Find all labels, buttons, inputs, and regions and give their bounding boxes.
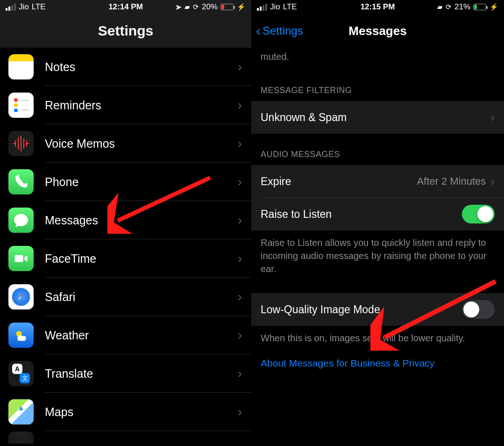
nav-header: Settings bbox=[0, 14, 251, 48]
status-bar: Jio LTE 12:15 PM ▰ ⟳ 21% ⚡ bbox=[251, 0, 504, 14]
notes-icon bbox=[8, 54, 34, 79]
svg-marker-2 bbox=[17, 296, 21, 301]
row-label: Safari bbox=[45, 290, 238, 304]
chevron-right-icon: › bbox=[238, 213, 242, 228]
orientation-lock-icon: ⟳ bbox=[193, 3, 199, 11]
battery-icon bbox=[473, 4, 486, 10]
chevron-right-icon: › bbox=[238, 59, 242, 74]
reminders-icon bbox=[8, 93, 34, 118]
row-messages[interactable]: Messages › bbox=[0, 201, 251, 239]
chevron-right-icon: › bbox=[238, 328, 242, 343]
row-weather[interactable]: Weather › bbox=[0, 316, 251, 354]
toggle-raise-to-listen[interactable] bbox=[462, 205, 495, 223]
row-partial[interactable] bbox=[0, 431, 251, 444]
settings-list[interactable]: Notes › Reminders › Voice Memos › Phone bbox=[0, 48, 251, 444]
svg-rect-0 bbox=[15, 255, 23, 262]
footer-lowq-text: When this is on, images sent will be low… bbox=[251, 326, 504, 348]
network-label: LTE bbox=[32, 2, 46, 12]
location-icon: ➤ bbox=[175, 2, 182, 12]
row-phone[interactable]: Phone › bbox=[0, 163, 251, 201]
signal-icon bbox=[6, 4, 16, 11]
chevron-right-icon: › bbox=[238, 136, 242, 151]
svg-point-4 bbox=[19, 410, 23, 414]
back-button[interactable]: ‹ Settings bbox=[256, 24, 303, 38]
clock-label: 12:15 PM bbox=[361, 2, 395, 12]
network-label: LTE bbox=[283, 2, 297, 12]
clock-label: 12:14 PM bbox=[108, 2, 143, 12]
chevron-right-icon: › bbox=[238, 174, 242, 189]
orientation-lock-icon: ⟳ bbox=[446, 3, 452, 11]
page-title: Settings bbox=[98, 23, 153, 39]
row-label: Maps bbox=[45, 405, 238, 419]
chevron-right-icon: › bbox=[238, 404, 242, 419]
chevron-right-icon: › bbox=[490, 174, 495, 189]
phone-icon bbox=[8, 169, 34, 194]
row-maps[interactable]: Maps › bbox=[0, 393, 251, 431]
link-about-messages[interactable]: About Messages for Business & Privacy bbox=[251, 348, 504, 378]
footer-raise-text: Raise to Listen allows you to quickly li… bbox=[251, 230, 504, 279]
chevron-right-icon: › bbox=[490, 110, 495, 125]
page-title: Messages bbox=[348, 24, 406, 38]
row-label: Translate bbox=[45, 367, 238, 381]
row-expire[interactable]: Expire After 2 Minutes › bbox=[251, 165, 504, 198]
chevron-right-icon: › bbox=[238, 366, 242, 381]
row-label: Expire bbox=[261, 175, 417, 188]
settings-pane: Jio LTE 12:14 PM ➤ ▰ ⟳ 20% ⚡ Settings No… bbox=[0, 0, 251, 446]
row-label: Reminders bbox=[45, 99, 238, 112]
weather-icon bbox=[8, 323, 34, 348]
chevron-left-icon: ‹ bbox=[256, 24, 261, 38]
row-safari[interactable]: Safari › bbox=[0, 278, 251, 316]
section-header-filtering: MESSAGE FILTERING bbox=[251, 70, 504, 101]
row-label: Weather bbox=[45, 329, 238, 342]
messages-pane: Jio LTE 12:15 PM ▰ ⟳ 21% ⚡ ‹ Settings Me… bbox=[251, 0, 504, 446]
section-header-audio: AUDIO MESSAGES bbox=[251, 134, 504, 165]
row-voice-memos[interactable]: Voice Memos › bbox=[0, 124, 251, 163]
charging-icon: ⚡ bbox=[237, 3, 246, 11]
scrolled-footer-text: muted. bbox=[251, 48, 504, 70]
chevron-right-icon: › bbox=[238, 251, 242, 266]
row-label: Unknown & Spam bbox=[261, 111, 490, 124]
carrier-label: Jio bbox=[270, 2, 280, 12]
row-notes[interactable]: Notes › bbox=[0, 48, 251, 86]
row-label: Phone bbox=[45, 175, 238, 189]
row-low-quality-image[interactable]: Low-Quality Image Mode bbox=[251, 293, 504, 326]
row-label: Low-Quality Image Mode bbox=[261, 303, 462, 316]
translate-icon bbox=[8, 361, 34, 386]
status-bar: Jio LTE 12:14 PM ➤ ▰ ⟳ 20% ⚡ bbox=[0, 0, 251, 14]
nav-header: ‹ Settings Messages bbox=[251, 14, 504, 48]
toggle-low-quality-image[interactable] bbox=[462, 300, 495, 319]
maps-icon bbox=[8, 399, 34, 424]
charging-icon: ⚡ bbox=[490, 3, 498, 11]
carrier-label: Jio bbox=[19, 2, 29, 12]
row-translate[interactable]: Translate › bbox=[0, 354, 251, 393]
chevron-right-icon: › bbox=[238, 98, 242, 113]
row-label: FaceTime bbox=[45, 252, 238, 266]
facetime-icon bbox=[8, 246, 34, 271]
compass-icon bbox=[8, 432, 34, 444]
row-facetime[interactable]: FaceTime › bbox=[0, 239, 251, 278]
row-raise-to-listen[interactable]: Raise to Listen bbox=[251, 198, 504, 230]
row-unknown-spam[interactable]: Unknown & Spam › bbox=[251, 101, 504, 134]
row-reminders[interactable]: Reminders › bbox=[0, 86, 251, 124]
row-value: After 2 Minutes bbox=[417, 175, 486, 187]
battery-icon bbox=[220, 4, 234, 10]
row-label: Voice Memos bbox=[45, 137, 238, 151]
messages-icon bbox=[8, 208, 34, 233]
carplay-icon: ▰ bbox=[185, 3, 190, 11]
battery-pct-label: 21% bbox=[454, 2, 470, 12]
chevron-right-icon: › bbox=[238, 289, 242, 304]
back-label: Settings bbox=[263, 24, 303, 37]
voice-memos-icon bbox=[8, 131, 34, 156]
carplay-icon: ▰ bbox=[437, 3, 443, 11]
row-label: Messages bbox=[45, 214, 238, 227]
row-label: Notes bbox=[45, 60, 238, 74]
svg-point-5 bbox=[16, 432, 26, 442]
battery-pct-label: 20% bbox=[202, 2, 218, 12]
row-label: Raise to Listen bbox=[261, 208, 462, 221]
safari-icon bbox=[8, 284, 34, 309]
signal-icon bbox=[257, 4, 267, 11]
